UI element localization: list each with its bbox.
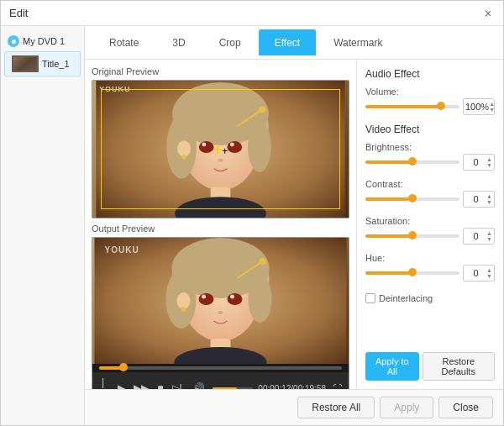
- tab-rotate[interactable]: Rotate: [93, 29, 155, 55]
- sidebar-section: My DVD 1 Title_1: [4, 33, 81, 76]
- brightness-fill: [365, 160, 412, 164]
- volume-up[interactable]: ▲: [489, 101, 495, 107]
- volume-value: 100%: [465, 102, 489, 112]
- output-preview-wrapper: YOUKU: [92, 237, 349, 389]
- contrast-slider-track[interactable]: [365, 197, 459, 201]
- brightness-thumb: [408, 157, 417, 166]
- saturation-spinbox[interactable]: 0 ▲ ▼: [463, 228, 495, 245]
- saturation-slider-track[interactable]: [365, 234, 459, 238]
- disc-label: My DVD 1: [23, 36, 65, 46]
- apply-button[interactable]: Apply: [380, 397, 433, 418]
- saturation-row: Saturation: 0 ▲ ▼: [365, 216, 495, 245]
- original-preview: YOUKU: [92, 80, 349, 218]
- progress-thumb: [119, 363, 128, 371]
- hue-down[interactable]: ▼: [486, 273, 492, 279]
- svg-point-7: [227, 141, 242, 153]
- disc-icon: [8, 35, 19, 47]
- svg-point-6: [199, 141, 214, 153]
- brightness-slider-track[interactable]: [365, 160, 459, 164]
- play-button[interactable]: ▶: [115, 381, 128, 389]
- window-title: Edit: [9, 7, 28, 19]
- svg-point-33: [260, 258, 266, 265]
- main-content: My DVD 1 Title_1 Rotate 3D Crop Effect W…: [1, 26, 503, 425]
- tab-watermark[interactable]: Watermark: [318, 29, 398, 55]
- progress-track[interactable]: [99, 366, 342, 370]
- tab-crop[interactable]: Crop: [203, 29, 257, 55]
- close-window-button[interactable]: ×: [481, 7, 495, 20]
- brightness-down[interactable]: ▼: [486, 162, 492, 168]
- contrast-up[interactable]: ▲: [486, 193, 492, 199]
- volume-down[interactable]: ▼: [489, 107, 495, 113]
- brightness-arrows: ▲ ▼: [486, 156, 492, 168]
- sidebar-disc-item: My DVD 1: [4, 33, 81, 50]
- volume-slider-row: 100% ▲ ▼: [365, 98, 495, 115]
- hue-spinbox[interactable]: 0 ▲ ▼: [463, 265, 495, 281]
- playback-controls: |◁ ▶ ▶▶ ■ ▷|: [92, 372, 349, 389]
- original-video-svg: [92, 81, 349, 218]
- fullscreen-button[interactable]: ⛶: [333, 383, 342, 389]
- volume-icon[interactable]: 🔊: [190, 381, 207, 389]
- hue-fill: [365, 271, 412, 275]
- svg-point-16: [259, 107, 265, 113]
- step-forward-button[interactable]: ▷|: [170, 381, 185, 389]
- contrast-slider-row: 0 ▲ ▼: [365, 191, 495, 208]
- right-panel: Audio Effect Volume: 100% ▲: [356, 60, 503, 389]
- svg-point-12: [181, 155, 186, 160]
- edit-area: Rotate 3D Crop Effect Watermark Original…: [85, 26, 503, 425]
- stop-button[interactable]: ■: [155, 381, 165, 389]
- saturation-down[interactable]: ▼: [486, 236, 492, 242]
- svg-text:YOUKU: YOUKU: [105, 245, 139, 255]
- volume-slider-fill: [365, 105, 441, 108]
- saturation-label: Saturation:: [365, 216, 495, 226]
- hue-up[interactable]: ▲: [486, 267, 492, 273]
- original-watermark: YOUKU: [99, 85, 131, 93]
- apply-to-all-button[interactable]: Apply to All: [365, 352, 419, 381]
- close-button[interactable]: Close: [438, 397, 493, 418]
- output-preview-label: Output Preview: [92, 224, 349, 234]
- contrast-thumb: [408, 194, 417, 202]
- tab-effect[interactable]: Effect: [259, 29, 316, 55]
- controls-group: |◁ ▶ ▶▶ ■ ▷|: [99, 376, 185, 389]
- volume-track[interactable]: [213, 387, 254, 390]
- brightness-up[interactable]: ▲: [486, 156, 492, 162]
- contrast-label: Contrast:: [365, 179, 495, 189]
- svg-point-9: [230, 143, 234, 147]
- sidebar-item-label: Title_1: [42, 59, 70, 69]
- svg-point-27: [218, 311, 223, 314]
- hue-label: Hue:: [365, 253, 495, 263]
- svg-point-24: [228, 293, 243, 305]
- saturation-arrows: ▲ ▼: [486, 230, 492, 242]
- tab-bar: Rotate 3D Crop Effect Watermark: [85, 26, 503, 60]
- edit-window: Edit × My DVD 1 Title_1 R: [0, 0, 504, 426]
- volume-spinbox[interactable]: 100% ▲ ▼: [463, 98, 495, 115]
- title-bar: Edit ×: [1, 1, 503, 26]
- deinterlace-row: Deinterlacing: [365, 293, 495, 303]
- deinterlace-checkbox[interactable]: [365, 293, 375, 303]
- svg-point-8: [202, 143, 206, 147]
- saturation-up[interactable]: ▲: [486, 230, 492, 236]
- brightness-row: Brightness: 0 ▲ ▼: [365, 142, 495, 171]
- contrast-spinbox[interactable]: 0 ▲ ▼: [463, 191, 495, 208]
- contrast-row: Contrast: 0 ▲ ▼: [365, 179, 495, 208]
- volume-slider-track[interactable]: [365, 105, 459, 108]
- tab-3d[interactable]: 3D: [156, 29, 201, 55]
- saturation-fill: [365, 234, 412, 238]
- hue-slider-track[interactable]: [365, 271, 459, 275]
- volume-arrows: ▲ ▼: [489, 101, 495, 113]
- brightness-spinbox[interactable]: 0 ▲ ▼: [463, 154, 495, 171]
- saturation-thumb: [408, 231, 417, 239]
- contrast-fill: [365, 197, 412, 201]
- contrast-down[interactable]: ▼: [486, 199, 492, 205]
- step-back-button[interactable]: |◁: [99, 376, 112, 389]
- sidebar-item-title[interactable]: Title_1: [4, 51, 81, 76]
- sidebar-thumb-image: [13, 57, 37, 71]
- restore-all-button[interactable]: Restore All: [297, 397, 375, 418]
- volume-fill: [213, 387, 237, 390]
- saturation-slider-row: 0 ▲ ▼: [365, 228, 495, 245]
- restore-defaults-button[interactable]: Restore Defaults: [423, 352, 496, 381]
- sidebar-thumb: [12, 55, 39, 72]
- hue-arrows: ▲ ▼: [486, 267, 492, 279]
- fast-forward-button[interactable]: ▶▶: [131, 381, 151, 389]
- original-video-bg: YOUKU: [92, 81, 349, 218]
- hue-row: Hue: 0 ▲ ▼: [365, 253, 495, 281]
